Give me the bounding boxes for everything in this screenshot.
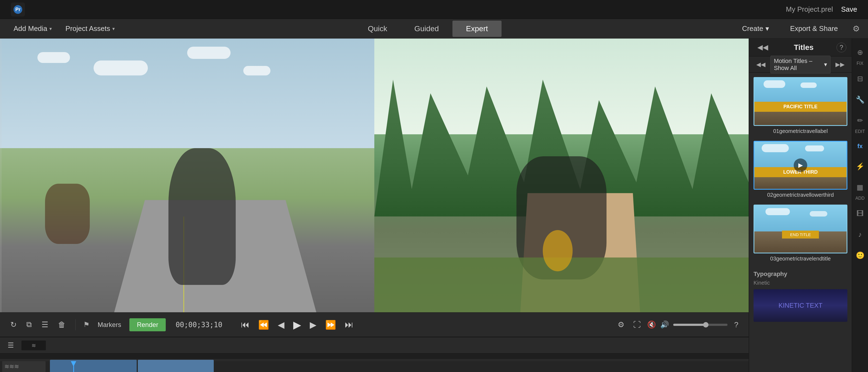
project-filename: My Project.prel [786, 5, 833, 13]
mute-icon[interactable]: 🔇 [647, 320, 656, 329]
fx-button[interactable]: fx [852, 139, 868, 154]
title-card-2[interactable]: LOWER THIRD ▶ 02geometrictravellowerthir… [753, 141, 847, 198]
fx-group: fx [852, 137, 868, 155]
align-button[interactable]: ⊟ [852, 71, 868, 87]
cloud-6 [810, 211, 827, 217]
title-bg-3: END TITLE [754, 206, 846, 253]
add-button[interactable]: ▦ [852, 179, 868, 195]
speaker-icon[interactable]: 🔊 [660, 320, 669, 329]
timeline-track[interactable]: 00;00;00;00 00;00;02;00 00;01;04;02 00;0… [0, 353, 749, 372]
emoji-button[interactable]: 🙂 [852, 247, 868, 264]
volume-handle[interactable] [703, 322, 709, 328]
panel-content: PACIFIC TITLE 01geometrictravellabel LOW… [749, 73, 852, 372]
clip-block-2[interactable] [138, 360, 214, 372]
transport-controls: ⏮ ⏪ ◀ ▶ ▶ ⏩ ⏭ [238, 317, 357, 333]
control-right: ⚙ ⛶ 🔇 🔊 ? [616, 318, 741, 331]
menu-left: Add Media ▾ Project Assets ▾ [8, 21, 120, 36]
emoji-icon: 🙂 [852, 251, 868, 260]
title-label-3: END TITLE [782, 230, 819, 239]
panel-help-button[interactable]: ? [837, 42, 846, 52]
rotate-icon[interactable]: ↻ [8, 318, 19, 331]
timeline-settings-icon[interactable]: ☰ [4, 339, 17, 351]
edit-button[interactable]: ✏ [852, 113, 868, 129]
emoji-group: 🙂 [852, 246, 868, 265]
mode-quick-button[interactable]: Quick [354, 21, 401, 37]
project-assets-button[interactable]: Project Assets ▾ [60, 21, 120, 36]
settings-icon[interactable]: ⚙ [852, 24, 860, 33]
clip-block-1[interactable] [50, 360, 137, 372]
preview-left-scene [0, 38, 374, 312]
help-icon[interactable]: ? [732, 318, 741, 331]
save-button[interactable]: Save [841, 5, 857, 13]
edit-label: EDIT [855, 129, 865, 134]
wrench-button[interactable]: 🔧 [852, 92, 868, 108]
step-back-button[interactable]: ⏪ [255, 317, 272, 332]
skip-to-start-button[interactable]: ⏮ [238, 317, 253, 332]
volume-fill [673, 324, 706, 326]
mode-expert-button[interactable]: Expert [453, 21, 501, 37]
project-assets-label: Project Assets [65, 24, 110, 33]
render-button[interactable]: Render [129, 318, 166, 331]
timeline-playhead[interactable] [73, 361, 74, 372]
app-logo: Pr [11, 2, 25, 17]
edit-icon: ✏ [852, 116, 868, 125]
fix-label: FIX [857, 61, 863, 66]
next-frame-button[interactable]: ▶ [307, 317, 320, 332]
preview-right-scene [374, 38, 749, 312]
prev-frame-button[interactable]: ◀ [275, 317, 288, 332]
volume-slider[interactable] [673, 324, 727, 326]
checklist-icon[interactable]: ☰ [39, 318, 51, 331]
effects-group: ⚡ [852, 157, 868, 176]
kinetic-card-thumb[interactable]: KINETIC TEXT [753, 289, 847, 322]
fx-icon: fx [852, 143, 868, 150]
top-bar-left: Pr [11, 2, 25, 17]
title-bg-1: PACIFIC TITLE [754, 78, 846, 125]
mode-guided-button[interactable]: Guided [401, 21, 453, 37]
fix-button[interactable]: ⊕ [852, 44, 868, 61]
title-card-1[interactable]: PACIFIC TITLE 01geometrictravellabel [753, 77, 847, 134]
waveform-strip: ≋≋≋ [2, 361, 45, 372]
menu-bar: Add Media ▾ Project Assets ▾ Quick Guide… [0, 19, 868, 38]
title-card-name-1: 01geometrictravellabel [753, 128, 847, 134]
panel-title: Titles [794, 43, 814, 52]
filter-nav-back-button[interactable]: ◀◀ [753, 60, 768, 69]
right-icons-panel: ⊕ FIX ⊟ 🔧 ✏ EDIT fx ⚡ [852, 38, 868, 372]
title-thumb-2: LOWER THIRD ▶ [753, 141, 847, 190]
effects-button[interactable]: ⚡ [852, 158, 868, 175]
track-content: ≋≋≋ [0, 361, 749, 372]
add-media-label: Add Media [13, 24, 47, 33]
create-button[interactable]: Create ▾ [736, 21, 775, 36]
play-button[interactable]: ▶ [290, 317, 304, 333]
delete-icon[interactable]: 🗑 [56, 318, 68, 331]
typography-header: Typography [753, 271, 847, 278]
add-media-button[interactable]: Add Media ▾ [8, 21, 57, 36]
skip-to-end-button[interactable]: ⏭ [341, 317, 357, 332]
settings-media-icon[interactable]: ⚙ [616, 318, 627, 331]
filter-label: Motion Titles – Show All [774, 58, 824, 72]
preview-divider [0, 38, 2, 312]
project-assets-arrow-icon: ▾ [112, 26, 115, 32]
timecode-display: 00;00;33;10 [171, 321, 226, 329]
export-button[interactable]: Export & Share [784, 21, 844, 36]
panel-filter-bar: ◀◀ Motion Titles – Show All ▾ ▶▶ [749, 56, 852, 73]
duplicate-icon[interactable]: ⧉ [24, 318, 34, 331]
add-label: ADD [856, 196, 865, 201]
title-thumb-1: PACIFIC TITLE [753, 77, 847, 126]
cloud-4 [805, 146, 824, 151]
step-forward-button[interactable]: ⏩ [322, 317, 339, 332]
fullscreen-icon[interactable]: ⛶ [631, 318, 643, 331]
cloud-5 [766, 208, 790, 215]
create-label: Create [742, 24, 763, 33]
title-card-3[interactable]: END TITLE 03geometrictravelendtitle [753, 205, 847, 262]
filter-dropdown[interactable]: Motion Titles – Show All ▾ [770, 56, 831, 73]
film-button[interactable]: 🎞 [852, 206, 868, 222]
music-button[interactable]: ♪ [852, 226, 868, 243]
filter-nav-forward-button[interactable]: ▶▶ [833, 60, 847, 69]
menu-right: Create ▾ Export & Share ⚙ [736, 21, 860, 36]
markers-label: Markers [95, 321, 124, 329]
panel-nav-back-button[interactable]: ◀◀ [755, 42, 771, 53]
cloud-1 [764, 80, 785, 88]
title-label-1: PACIFIC TITLE [754, 102, 846, 112]
title-thumb-3: END TITLE [753, 205, 847, 253]
play-overlay-2[interactable]: ▶ [794, 158, 807, 172]
